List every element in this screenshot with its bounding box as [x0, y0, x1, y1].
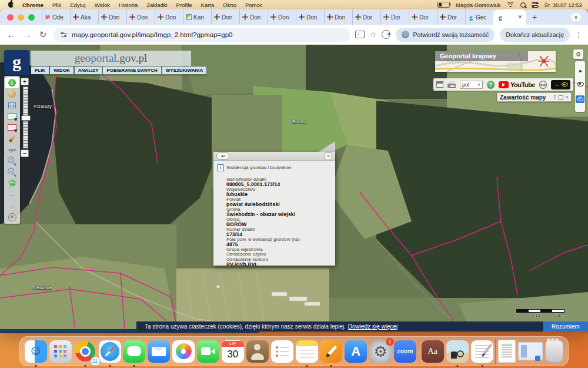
- browser-tab[interactable]: Kan: [183, 9, 211, 25]
- geoportal-logo[interactable]: g: [4, 50, 29, 75]
- bookmark-star-icon[interactable]: ☆: [370, 30, 377, 39]
- app-menu-title[interactable]: Chrome: [22, 2, 44, 8]
- new-tab-button[interactable]: +: [532, 13, 537, 21]
- map-tool-button[interactable]: [5, 211, 19, 223]
- settings-gear-button[interactable]: ⚙: [573, 49, 583, 59]
- map-tool-button[interactable]: [5, 77, 19, 88]
- wifi-icon[interactable]: [507, 2, 514, 8]
- browser-tab[interactable]: Don: [239, 9, 268, 25]
- dock-app[interactable]: •: [123, 340, 145, 363]
- menubar-item[interactable]: Karta: [201, 2, 215, 8]
- forward-button[interactable]: →: [22, 29, 32, 39]
- menubar-item[interactable]: Widok: [95, 2, 110, 8]
- zoom-in-button[interactable]: +: [21, 78, 29, 85]
- dock-app[interactable]: •: [320, 340, 342, 363]
- browser-tab[interactable]: Dor: [437, 9, 465, 25]
- dock-app[interactable]: Aa: [422, 340, 444, 363]
- layer-dot-icon[interactable]: [579, 70, 582, 72]
- site-settings-icon[interactable]: [61, 32, 67, 37]
- menubar-item[interactable]: Zakładki: [146, 2, 167, 8]
- dock-app[interactable]: [545, 340, 563, 363]
- layer-eye-icon[interactable]: [577, 82, 584, 87]
- browser-tab[interactable]: Don: [155, 9, 183, 25]
- battery-icon[interactable]: [437, 2, 450, 8]
- close-tab-icon[interactable]: ×: [518, 14, 522, 21]
- dock-app[interactable]: •: [471, 340, 493, 363]
- back-button[interactable]: ←: [6, 29, 16, 39]
- map-tool-button[interactable]: [5, 200, 19, 211]
- tab-search-button[interactable]: ∨: [571, 13, 581, 21]
- browser-tab[interactable]: Don: [126, 9, 155, 25]
- sync-icon[interactable]: [382, 30, 390, 39]
- zoom-out-button[interactable]: −: [21, 150, 29, 157]
- map-canvas[interactable]: Przełazy Borów Niesulice g geoportal.gov…: [0, 45, 588, 330]
- dock-app[interactable]: [271, 340, 293, 363]
- popup-close-button[interactable]: ×: [325, 152, 332, 160]
- dock-app[interactable]: •: [99, 340, 121, 363]
- dock-app[interactable]: LIP 30: [222, 340, 244, 363]
- chrome-menu-icon[interactable]: ⋮: [575, 31, 582, 39]
- url-text[interactable]: mapy.geoportal.gov.pl/imap/Imgp_2.html?g…: [72, 31, 233, 38]
- zoom-slider-track[interactable]: [23, 87, 28, 148]
- dock-app[interactable]: [172, 340, 195, 363]
- panel-restore-icon[interactable]: [559, 95, 563, 100]
- browser-tab[interactable]: Don: [268, 9, 296, 25]
- map-tool-button[interactable]: [5, 133, 19, 144]
- menubar-item[interactable]: Pomoc: [245, 2, 263, 8]
- address-bar[interactable]: mapy.geoportal.gov.pl/imap/Imgp_2.html?g…: [54, 28, 350, 42]
- dock-app[interactable]: •: [296, 340, 318, 363]
- overview-minimap[interactable]: Geoportal krajowy: [435, 51, 556, 72]
- menubar-username[interactable]: Magda Gontowiuk: [456, 2, 501, 8]
- map-tool-button[interactable]: [5, 111, 19, 122]
- geoportal-menu-button[interactable]: PLIK: [31, 67, 49, 74]
- dock-app[interactable]: [518, 342, 543, 360]
- map-tool-button[interactable]: [5, 155, 19, 167]
- browser-tab[interactable]: Don: [296, 9, 324, 25]
- dock-app[interactable]: [498, 340, 516, 363]
- menubar-item[interactable]: Plik: [52, 2, 61, 8]
- menubar-item[interactable]: Historia: [119, 2, 138, 8]
- browser-tab[interactable]: Ode: [42, 9, 70, 25]
- reload-button[interactable]: ↻: [38, 29, 48, 40]
- geoportal-menu-button[interactable]: WYSZUKIWANIA: [162, 67, 207, 74]
- dock-app[interactable]: [246, 340, 269, 363]
- layer-visibility-button[interactable]: [576, 95, 584, 103]
- minimize-window-button[interactable]: [18, 14, 24, 21]
- popup-back-list-button[interactable]: ◂ ≡: [216, 152, 229, 160]
- help-icon[interactable]: ?: [487, 81, 495, 89]
- browser-tab[interactable]: Don: [211, 9, 239, 25]
- dock-app[interactable]: [49, 340, 72, 363]
- browser-tab[interactable]: Dor: [352, 9, 380, 25]
- browser-tab[interactable]: Gec: [465, 9, 493, 25]
- map-tool-button[interactable]: [5, 167, 19, 178]
- map-contents-header[interactable]: Zawartość mapy ? ×: [497, 92, 572, 102]
- zoom-window-button[interactable]: [28, 14, 35, 21]
- zoom-slider-handle[interactable]: [21, 115, 31, 121]
- close-window-button[interactable]: [7, 14, 14, 21]
- dock-app[interactable]: [345, 340, 367, 363]
- update-chip[interactable]: Dokończ aktualizację: [500, 28, 570, 42]
- geoportal-menu-button[interactable]: POBIERANIE DANYCH: [103, 67, 161, 74]
- dock-app[interactable]: •: [25, 340, 47, 363]
- bip-icon[interactable]: bip: [539, 81, 547, 89]
- cookie-more-link[interactable]: Dowiedz się więcej: [348, 323, 397, 330]
- print-icon[interactable]: [447, 81, 456, 88]
- menubar-clock[interactable]: Śr. 30.07 12:52: [544, 2, 582, 8]
- accessibility-button[interactable]: →: [551, 80, 570, 89]
- browser-tab[interactable]: Don: [324, 9, 352, 25]
- panel-close-icon[interactable]: ×: [566, 95, 569, 100]
- apple-menu-icon[interactable]: [8, 2, 14, 8]
- identity-chip[interactable]: Potwierdź swoją tożsamość: [396, 28, 495, 42]
- dock-app[interactable]: 11 •: [74, 340, 96, 363]
- browser-tab[interactable]: Dor: [380, 9, 409, 25]
- language-select[interactable]: pol∨: [460, 81, 483, 89]
- browser-tab[interactable]: Aka: [70, 9, 98, 25]
- map-tool-button[interactable]: [5, 122, 19, 133]
- menubar-item[interactable]: Edytuj: [70, 2, 85, 8]
- menubar-item[interactable]: Okno: [223, 2, 236, 8]
- spotlight-search-icon[interactable]: [520, 2, 526, 8]
- dock-app[interactable]: [419, 339, 419, 364]
- geoportal-menu-button[interactable]: WIDOK: [50, 67, 74, 74]
- control-center-icon[interactable]: [532, 2, 539, 8]
- dock-app[interactable]: [148, 340, 170, 363]
